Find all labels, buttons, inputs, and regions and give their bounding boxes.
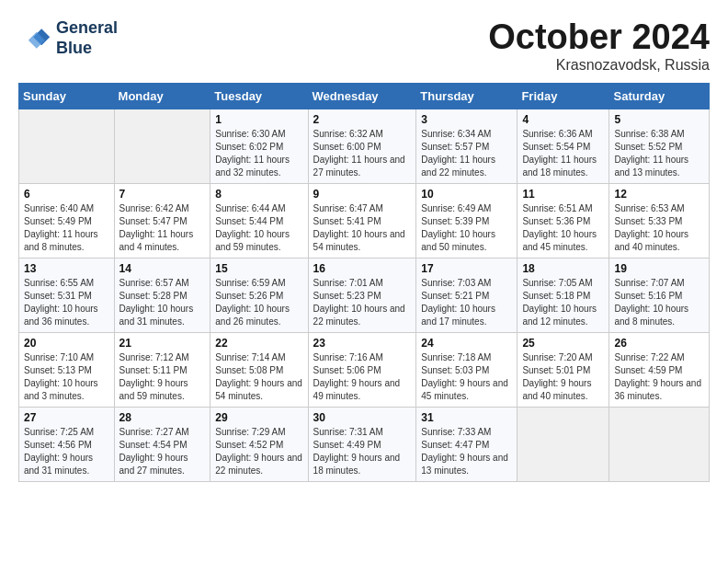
calendar-cell: 17Sunrise: 7:03 AM Sunset: 5:21 PM Dayli… [416,258,518,332]
calendar-cell: 1Sunrise: 6:30 AM Sunset: 6:02 PM Daylig… [210,109,308,183]
day-info: Sunrise: 6:57 AM Sunset: 5:28 PM Dayligh… [119,277,206,328]
calendar-cell: 11Sunrise: 6:51 AM Sunset: 5:36 PM Dayli… [518,183,609,258]
day-info: Sunrise: 7:05 AM Sunset: 5:18 PM Dayligh… [522,277,604,328]
day-info: Sunrise: 7:25 AM Sunset: 4:56 PM Dayligh… [24,426,109,477]
day-number: 19 [614,262,704,275]
day-number: 12 [614,188,704,201]
calendar-cell: 23Sunrise: 7:16 AM Sunset: 5:06 PM Dayli… [308,332,416,407]
day-number: 23 [313,337,412,350]
calendar-week-row: 20Sunrise: 7:10 AM Sunset: 5:13 PM Dayli… [19,332,710,407]
day-info: Sunrise: 6:44 AM Sunset: 5:44 PM Dayligh… [215,202,302,254]
calendar-cell [114,109,210,183]
calendar-cell: 8Sunrise: 6:44 AM Sunset: 5:44 PM Daylig… [210,183,308,258]
calendar-cell: 27Sunrise: 7:25 AM Sunset: 4:56 PM Dayli… [19,407,115,481]
month-title: October 2024 [488,18,710,57]
calendar-cell: 5Sunrise: 6:38 AM Sunset: 5:52 PM Daylig… [609,109,710,183]
calendar-cell: 16Sunrise: 7:01 AM Sunset: 5:23 PM Dayli… [308,258,416,332]
day-number: 30 [313,411,412,424]
day-info: Sunrise: 6:42 AM Sunset: 5:47 PM Dayligh… [119,202,206,254]
calendar-cell: 12Sunrise: 6:53 AM Sunset: 5:33 PM Dayli… [609,183,710,258]
day-info: Sunrise: 7:20 AM Sunset: 5:01 PM Dayligh… [522,351,604,403]
day-info: Sunrise: 7:29 AM Sunset: 4:52 PM Dayligh… [215,426,302,477]
logo-line2: Blue [56,39,118,59]
weekday-header: Tuesday [210,83,308,109]
day-info: Sunrise: 6:30 AM Sunset: 6:02 PM Dayligh… [215,128,302,179]
day-info: Sunrise: 6:47 AM Sunset: 5:41 PM Dayligh… [313,202,412,254]
calendar-cell: 6Sunrise: 6:40 AM Sunset: 5:49 PM Daylig… [19,183,115,258]
calendar-cell: 2Sunrise: 6:32 AM Sunset: 6:00 PM Daylig… [308,109,416,183]
calendar-cell: 4Sunrise: 6:36 AM Sunset: 5:54 PM Daylig… [518,109,609,183]
day-number: 22 [215,337,302,350]
day-number: 29 [215,411,302,424]
day-number: 6 [24,188,109,201]
calendar-cell: 30Sunrise: 7:31 AM Sunset: 4:49 PM Dayli… [308,407,416,481]
calendar-cell: 13Sunrise: 6:55 AM Sunset: 5:31 PM Dayli… [19,258,115,332]
day-info: Sunrise: 7:33 AM Sunset: 4:47 PM Dayligh… [421,426,512,477]
calendar-week-row: 1Sunrise: 6:30 AM Sunset: 6:02 PM Daylig… [19,109,710,183]
day-number: 24 [421,337,512,350]
day-number: 28 [119,411,206,424]
day-number: 10 [421,188,512,201]
calendar-cell: 31Sunrise: 7:33 AM Sunset: 4:47 PM Dayli… [416,407,518,481]
day-info: Sunrise: 6:34 AM Sunset: 5:57 PM Dayligh… [421,128,512,179]
calendar-cell [518,407,609,481]
calendar-cell: 28Sunrise: 7:27 AM Sunset: 4:54 PM Dayli… [114,407,210,481]
day-info: Sunrise: 6:59 AM Sunset: 5:26 PM Dayligh… [215,277,302,328]
logo-line1: General [56,18,118,39]
calendar-cell: 7Sunrise: 6:42 AM Sunset: 5:47 PM Daylig… [114,183,210,258]
calendar-cell: 14Sunrise: 6:57 AM Sunset: 5:28 PM Dayli… [114,258,210,332]
calendar-cell: 26Sunrise: 7:22 AM Sunset: 4:59 PM Dayli… [609,332,710,407]
day-number: 5 [614,113,704,126]
calendar-cell: 19Sunrise: 7:07 AM Sunset: 5:16 PM Dayli… [609,258,710,332]
calendar-cell: 15Sunrise: 6:59 AM Sunset: 5:26 PM Dayli… [210,258,308,332]
page-header: General Blue October 2024 Krasnozavodsk,… [18,18,710,74]
day-info: Sunrise: 6:40 AM Sunset: 5:49 PM Dayligh… [24,202,109,254]
day-number: 3 [421,113,512,126]
day-number: 13 [24,262,109,275]
day-info: Sunrise: 7:03 AM Sunset: 5:21 PM Dayligh… [421,277,512,328]
weekday-header: Friday [518,83,609,109]
calendar-cell: 22Sunrise: 7:14 AM Sunset: 5:08 PM Dayli… [210,332,308,407]
day-info: Sunrise: 7:10 AM Sunset: 5:13 PM Dayligh… [24,351,109,403]
calendar-cell [609,407,710,481]
day-number: 27 [24,411,109,424]
day-info: Sunrise: 6:55 AM Sunset: 5:31 PM Dayligh… [24,277,109,328]
day-number: 2 [313,113,412,126]
calendar-table: SundayMondayTuesdayWednesdayThursdayFrid… [18,83,710,482]
calendar-cell: 10Sunrise: 6:49 AM Sunset: 5:39 PM Dayli… [416,183,518,258]
calendar-cell: 25Sunrise: 7:20 AM Sunset: 5:01 PM Dayli… [518,332,609,407]
weekday-header: Saturday [609,83,710,109]
day-info: Sunrise: 7:16 AM Sunset: 5:06 PM Dayligh… [313,351,412,403]
day-number: 26 [614,337,704,350]
day-info: Sunrise: 7:14 AM Sunset: 5:08 PM Dayligh… [215,351,302,403]
calendar-cell: 24Sunrise: 7:18 AM Sunset: 5:03 PM Dayli… [416,332,518,407]
day-info: Sunrise: 7:01 AM Sunset: 5:23 PM Dayligh… [313,277,412,328]
day-number: 18 [522,262,604,275]
logo-icon [18,22,51,55]
weekday-header-row: SundayMondayTuesdayWednesdayThursdayFrid… [19,83,710,109]
day-info: Sunrise: 7:27 AM Sunset: 4:54 PM Dayligh… [119,426,206,477]
day-number: 16 [313,262,412,275]
day-info: Sunrise: 7:22 AM Sunset: 4:59 PM Dayligh… [614,351,704,403]
day-info: Sunrise: 7:07 AM Sunset: 5:16 PM Dayligh… [614,277,704,328]
day-number: 4 [522,113,604,126]
day-number: 1 [215,113,302,126]
day-number: 17 [421,262,512,275]
day-number: 14 [119,262,206,275]
logo-text: General Blue [56,18,118,58]
day-info: Sunrise: 6:53 AM Sunset: 5:33 PM Dayligh… [614,202,704,254]
day-info: Sunrise: 7:12 AM Sunset: 5:11 PM Dayligh… [119,351,206,403]
day-number: 7 [119,188,206,201]
location: Krasnozavodsk, Russia [488,57,710,74]
day-number: 21 [119,337,206,350]
calendar-cell [19,109,115,183]
calendar-week-row: 13Sunrise: 6:55 AM Sunset: 5:31 PM Dayli… [19,258,710,332]
calendar-cell: 21Sunrise: 7:12 AM Sunset: 5:11 PM Dayli… [114,332,210,407]
calendar-cell: 20Sunrise: 7:10 AM Sunset: 5:13 PM Dayli… [19,332,115,407]
day-info: Sunrise: 6:51 AM Sunset: 5:36 PM Dayligh… [522,202,604,254]
day-info: Sunrise: 7:18 AM Sunset: 5:03 PM Dayligh… [421,351,512,403]
day-number: 9 [313,188,412,201]
calendar-cell: 29Sunrise: 7:29 AM Sunset: 4:52 PM Dayli… [210,407,308,481]
day-number: 31 [421,411,512,424]
day-number: 15 [215,262,302,275]
